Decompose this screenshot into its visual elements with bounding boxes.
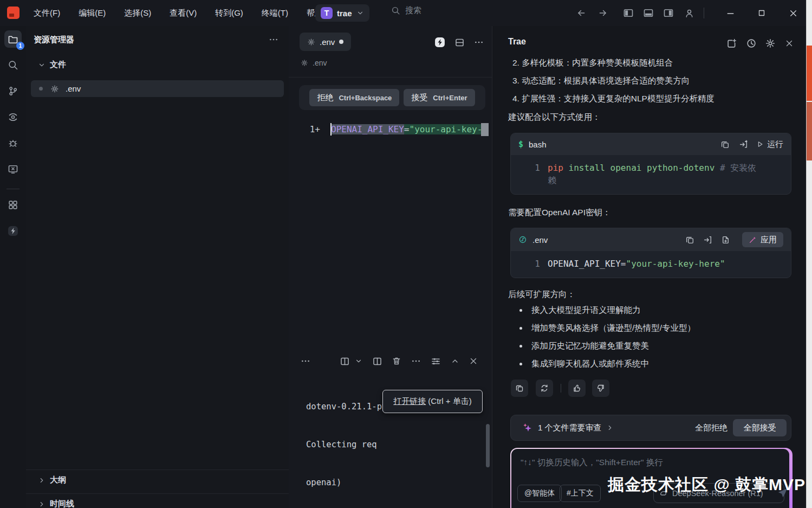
env-code[interactable]: 1 OPENAI_API_KEY="your-api-key-here" (511, 251, 791, 278)
accept-all-button[interactable]: 全部接受 (733, 419, 787, 436)
menu-edit[interactable]: 编辑(E) (75, 6, 109, 21)
terminal-split-icon[interactable] (339, 355, 350, 367)
context-chip[interactable]: #上下文 (560, 485, 601, 502)
list-item: 增加赞美风格选择（谦逊型/热情型/专业型） (531, 323, 696, 334)
copy-message-icon[interactable] (511, 380, 528, 397)
terminal-more-left-icon[interactable] (300, 355, 311, 367)
project-switcher[interactable]: T trae (315, 4, 369, 22)
page-scrollbar[interactable] (806, 0, 812, 508)
shell-prompt-icon: $ (518, 139, 523, 149)
thumbs-up-icon[interactable] (568, 380, 586, 397)
list-item: 2. 多样化模板：内置多种赞美模板随机组合 (512, 57, 673, 69)
editor-scrollbar[interactable] (481, 123, 489, 136)
account-icon[interactable] (684, 8, 694, 18)
settings-gear-icon[interactable] (764, 37, 776, 49)
source-control-icon[interactable] (4, 82, 22, 100)
text-cursor (330, 123, 332, 136)
accept-button[interactable]: 接受 Ctrl+Enter (404, 89, 475, 106)
agent-chip[interactable]: @智能体 (517, 485, 562, 502)
split-editor-icon[interactable] (453, 36, 465, 48)
menu-view[interactable]: 查看(V) (166, 6, 200, 21)
menu-goto[interactable]: 转到(G) (212, 6, 246, 21)
debug-icon[interactable] (4, 134, 22, 152)
breadcrumb[interactable]: .env (301, 59, 327, 67)
sparkle-icon (522, 422, 532, 433)
editor-code-line[interactable]: 1+ OPENAI_API_KEY="your-api-key-h (289, 121, 492, 137)
menu-select[interactable]: 选择(S) (121, 6, 154, 21)
terminal-trash-icon[interactable] (391, 355, 402, 367)
chevron-right-icon (38, 500, 46, 508)
trae-ai-icon[interactable] (434, 36, 446, 48)
file-name: .env (66, 84, 81, 93)
tab-env[interactable]: .env (300, 33, 351, 51)
terminal-profile-chevron-icon[interactable] (353, 355, 365, 367)
insert-to-editor-icon[interactable] (702, 234, 713, 245)
nav-forward-icon[interactable] (597, 8, 608, 18)
apply-button[interactable]: 应用 (742, 232, 783, 247)
reject-all-button[interactable]: 全部拒绝 (690, 423, 733, 433)
chevron-right-icon[interactable] (606, 424, 614, 432)
tab-modified-dot (339, 40, 343, 44)
app-logo-icon[interactable] (7, 7, 20, 19)
copy-icon[interactable] (719, 139, 730, 150)
project-name: trae (337, 9, 352, 18)
editor-more-icon[interactable] (473, 36, 485, 48)
outline-section-header[interactable]: 大纲 (38, 475, 66, 485)
toggle-right-panel-icon[interactable] (663, 8, 674, 18)
history-icon[interactable] (745, 37, 757, 49)
remote-explorer-icon[interactable] (4, 108, 22, 126)
bullet-dot (519, 309, 522, 312)
terminal-maximize-chevron-icon[interactable] (449, 355, 461, 367)
extensions-icon[interactable] (4, 196, 22, 214)
new-file-icon[interactable] (720, 234, 731, 245)
search-icon (391, 6, 400, 15)
editor-divider (289, 77, 492, 78)
dotenv-icon (518, 235, 527, 244)
menu-terminal[interactable]: 终端(T) (258, 6, 291, 21)
search-view-icon[interactable] (4, 56, 22, 74)
project-badge: T (321, 7, 333, 19)
env-block-header: .env 应用 (511, 228, 791, 251)
global-search[interactable]: 搜索 (391, 5, 421, 16)
env-code-block: .env 应用 1 OPENAI_API_KEY="your-api-key-h… (510, 228, 791, 278)
new-chat-icon[interactable] (726, 37, 738, 49)
menu-file[interactable]: 文件(F) (30, 6, 63, 21)
regenerate-icon[interactable] (536, 380, 553, 397)
toggle-left-panel-icon[interactable] (623, 8, 634, 18)
menu-bar: 文件(F) 编辑(E) 选择(S) 查看(V) 转到(G) 终端(T) 帮助(H… (30, 4, 337, 22)
file-item-env[interactable]: .env (31, 80, 284, 97)
app-window: 文件(F) 编辑(E) 选择(S) 查看(V) 转到(G) 终端(T) 帮助(H… (0, 0, 812, 508)
review-count-text[interactable]: 1 个文件需要审查 (538, 423, 602, 433)
bash-code[interactable]: 1 pip install openai python-dotenv # 安装依… (511, 155, 791, 194)
test-console-icon[interactable] (4, 160, 22, 178)
toggle-bottom-panel-icon[interactable] (643, 8, 654, 18)
scrollbar-marker (807, 102, 812, 160)
files-section-header[interactable]: 文件 (38, 60, 66, 70)
timeline-section-header[interactable]: 时间线 (38, 499, 74, 508)
maximize-button[interactable] (756, 8, 767, 18)
terminal-settings-sliders-icon[interactable] (430, 355, 441, 367)
reject-button[interactable]: 拒绝 Ctrl+Backspace (309, 89, 399, 106)
activity-bar: 1 (0, 26, 27, 508)
diff-action-bar: 拒绝 Ctrl+Backspace 接受 Ctrl+Enter (299, 85, 485, 110)
insert-to-terminal-icon[interactable] (738, 139, 749, 150)
copy-icon[interactable] (684, 234, 695, 245)
bullet-dot (519, 327, 522, 330)
nav-back-icon[interactable] (576, 8, 587, 18)
close-panel-icon[interactable] (783, 37, 795, 49)
terminal-scrollbar[interactable] (486, 424, 490, 467)
trae-marketplace-icon[interactable] (4, 222, 22, 240)
sidebar-divider (26, 470, 289, 470)
thumbs-down-icon[interactable] (592, 380, 609, 397)
gear-icon (50, 85, 59, 93)
minimize-button[interactable] (725, 8, 736, 18)
trae-ai-panel: Trae 2. 多样化模板：内置多种赞美模板随机组合 3. 动态适配：根据具体语… (492, 26, 807, 508)
terminal-more-icon[interactable] (410, 355, 422, 367)
terminal-new-split-icon[interactable] (371, 355, 383, 367)
run-button[interactable]: 运行 (756, 139, 783, 150)
explorer-icon[interactable]: 1 (4, 30, 22, 48)
title-bar: 文件(F) 编辑(E) 选择(S) 查看(V) 转到(G) 终端(T) 帮助(H… (0, 0, 807, 27)
terminal-close-icon[interactable] (467, 355, 479, 367)
close-window-button[interactable] (788, 8, 798, 18)
sidebar-more-icon[interactable] (269, 35, 278, 44)
